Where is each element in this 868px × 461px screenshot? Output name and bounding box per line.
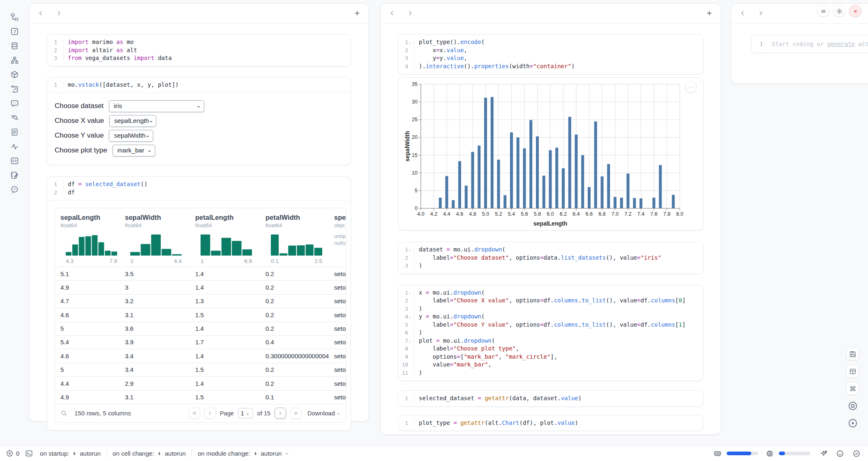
layout-grid-button[interactable] xyxy=(846,365,859,378)
histogram-block: 16.9 xyxy=(195,228,260,267)
generate-link[interactable]: generate xyxy=(827,41,855,47)
column-expand-right-button[interactable] xyxy=(55,9,63,18)
column-expand-right-button[interactable] xyxy=(757,9,765,18)
line-number: 3 xyxy=(398,54,414,62)
line-number: 1⌄ xyxy=(398,246,414,254)
svg-text:4.8: 4.8 xyxy=(469,211,476,217)
column-collapse-left-button[interactable] xyxy=(388,9,396,18)
add-cell-button[interactable] xyxy=(353,9,361,18)
table-row: 4.63.11.50.2setos xyxy=(55,308,346,321)
table-cell: 0.2 xyxy=(260,322,329,335)
scratchpad-editor[interactable]: 1 Start coding or generate with xyxy=(751,35,868,53)
table-cell: 1.4 xyxy=(190,267,260,281)
column-collapse-left-button[interactable] xyxy=(37,9,45,18)
line-number: 1⌄ xyxy=(398,289,414,297)
table-cell: 5.4 xyxy=(55,335,120,349)
altair-bar-chart[interactable]: 051015202530354.04.24.44.64.85.05.25.45.… xyxy=(404,80,692,228)
first-page-button[interactable] xyxy=(189,408,200,419)
choose-dataset-select[interactable]: iris⌄ xyxy=(109,100,204,112)
sidebar-database-button[interactable] xyxy=(8,39,21,52)
line-number: 3 xyxy=(47,54,63,62)
sidebar-package-button[interactable] xyxy=(8,68,21,81)
svg-text:4.4: 4.4 xyxy=(443,211,450,217)
total-pages-label: of 15 xyxy=(257,410,270,417)
table-row: 53.41.50.2setos xyxy=(55,363,346,376)
check-circle-icon xyxy=(852,449,861,458)
line-number: 5 xyxy=(398,321,414,329)
code-editor[interactable]: 1mo.vstack([dataset, x, y, plot]) xyxy=(47,77,351,93)
column-expand-right-button[interactable] xyxy=(406,9,414,18)
chevron-left-icon xyxy=(207,410,213,416)
menu-button[interactable] xyxy=(817,5,829,17)
sidebar-activity-button[interactable] xyxy=(8,140,21,153)
previous-page-button[interactable] xyxy=(204,408,216,419)
sidebar-help-button[interactable]: ? xyxy=(8,183,21,196)
table-cell: setos xyxy=(329,390,346,404)
sparkles-button[interactable] xyxy=(818,449,829,458)
sidebar-code-snippet-button[interactable] xyxy=(8,154,21,167)
add-cell-button[interactable] xyxy=(705,9,713,18)
code-editor[interactable]: 1⌄x = mo.ui.dropdown(2 label="Choose X v… xyxy=(398,285,703,381)
column-meta: uniqunulls: xyxy=(334,228,346,247)
stop-circle-button[interactable] xyxy=(846,399,859,412)
sidebar-file-tree-button[interactable] xyxy=(8,11,21,23)
page-select[interactable]: 1⌄ xyxy=(238,408,253,418)
choose-y-value-select[interactable]: sepalWidth⌄ xyxy=(109,130,153,142)
table-cell: 0.2 xyxy=(260,267,329,281)
runtime-setting-2[interactable]: on cell change:autorun xyxy=(113,450,186,457)
code-editor[interactable]: 1import marimo as mo2import altair as al… xyxy=(47,35,351,66)
sidebar-document-button[interactable] xyxy=(8,126,21,138)
column-collapse-left-button[interactable] xyxy=(739,9,747,18)
code-line: 3 y=y.value, xyxy=(398,54,703,62)
runtime-setting-3[interactable]: on module change:autorun xyxy=(198,450,290,457)
sidebar-function-button[interactable]: f xyxy=(8,25,21,38)
last-page-button[interactable] xyxy=(290,408,302,419)
save-icon xyxy=(849,350,856,358)
table-scroll-area[interactable]: sepalLengthfloat64sepalWidthfloat64petal… xyxy=(55,208,346,404)
sidebar-scroll-button[interactable] xyxy=(8,83,21,95)
code-text: plot_type = getattr(alt.Chart(df), plot.… xyxy=(414,419,578,427)
table-cell: 3.6 xyxy=(120,322,190,335)
bar xyxy=(503,195,506,208)
code-editor[interactable]: 1⌄plot_type().encode(2 x=x.value,3 y=y.v… xyxy=(398,35,703,74)
error-count-button[interactable]: 0 xyxy=(4,449,21,457)
svg-text:7.2: 7.2 xyxy=(624,211,631,217)
chart-menu-button[interactable] xyxy=(685,81,697,93)
table-cell: 1.7 xyxy=(190,335,260,349)
check-circle-button[interactable] xyxy=(851,449,862,458)
bar xyxy=(536,136,539,208)
sidebar-dependency-graph-button[interactable] xyxy=(8,54,21,67)
command-button[interactable] xyxy=(846,382,859,395)
code-line: 2df xyxy=(47,189,351,197)
save-button[interactable] xyxy=(846,348,859,360)
line-number: 7⌄ xyxy=(398,337,414,345)
bar xyxy=(446,176,448,208)
choose-x-value-select[interactable]: sepalLength⌄ xyxy=(109,115,156,127)
sidebar-assistant-chat-button[interactable] xyxy=(8,97,21,110)
plot-cell: 1⌄plot_type().encode(2 x=x.value,3 y=y.v… xyxy=(398,34,704,74)
error-count: 0 xyxy=(16,450,19,457)
code-editor[interactable]: 1plot_type = getattr(alt.Chart(df), plot… xyxy=(398,415,703,431)
code-editor[interactable]: 1df = selected_dataset()2df xyxy=(47,177,351,200)
code-text: ) xyxy=(414,329,422,337)
feedback-face-button[interactable] xyxy=(834,449,846,458)
memory-icon xyxy=(713,449,722,458)
runtime-setting-1[interactable]: on startup:autorun xyxy=(40,450,101,457)
table-cell: 5.1 xyxy=(55,267,120,281)
next-page-button[interactable] xyxy=(275,408,286,419)
choose-plot-type-select[interactable]: mark_bar⌄ xyxy=(113,145,155,157)
sidebar-scratchpad-button[interactable] xyxy=(8,169,21,182)
table-cell: 0.2 xyxy=(260,377,329,390)
table-cell: 4.9 xyxy=(55,390,120,404)
gear-button[interactable] xyxy=(833,5,845,17)
sidebar-list-search-button[interactable] xyxy=(8,111,21,124)
bar xyxy=(562,168,565,208)
terminal-button[interactable] xyxy=(23,449,35,457)
package-icon xyxy=(10,70,19,79)
download-button[interactable]: Download⌄ xyxy=(307,410,340,417)
column-name: sepalWidth xyxy=(125,208,190,221)
close-button[interactable] xyxy=(849,5,861,17)
code-editor[interactable]: 1selected_dataset = getattr(data, datase… xyxy=(398,391,703,406)
code-editor[interactable]: 1⌄dataset = mo.ui.dropdown(2 label="Choo… xyxy=(398,242,703,274)
play-circle-button[interactable] xyxy=(846,417,859,429)
